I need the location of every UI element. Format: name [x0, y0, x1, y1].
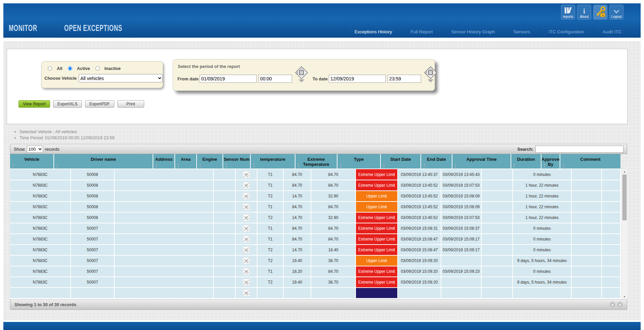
approval-time-cell — [481, 266, 513, 277]
sort-arrows-icon[interactable] — [225, 162, 227, 168]
vertical-scrollbar[interactable] — [621, 169, 627, 299]
column-header[interactable]: Extreme Temperature — [295, 154, 337, 169]
content-area: All Active Inactive Choose Vehicle All v… — [3, 41, 641, 320]
comment-cell — [602, 255, 620, 266]
temperature-cell: 14.70 — [283, 212, 311, 223]
from-time-input[interactable] — [258, 75, 292, 83]
to-time-input[interactable] — [388, 75, 421, 83]
key-lock-icon — [595, 6, 606, 18]
sort-arrows-icon[interactable] — [297, 162, 299, 168]
next-page-button[interactable] — [617, 302, 623, 307]
column-header[interactable]: Area — [175, 154, 197, 169]
approved-by-cell — [571, 169, 602, 180]
view-report-button[interactable]: View Report — [18, 100, 50, 108]
column-header[interactable]: temperature — [250, 154, 295, 169]
sort-arrows-icon[interactable] — [423, 162, 425, 168]
column-header[interactable]: Engine — [197, 154, 223, 169]
end-date-cell: 03/09/2019 15:09:17 — [441, 245, 481, 255]
extreme-temperature-cell: 84.70 — [311, 180, 356, 191]
column-header[interactable]: Start Date — [380, 154, 421, 169]
app-title-open-exceptions: OPEN EXCEPTIONS — [64, 23, 122, 33]
page-title: MONITOROPEN EXCEPTIONS — [9, 23, 150, 33]
key-lock-button[interactable] — [593, 5, 607, 20]
from-date-picker-widget[interactable] — [293, 66, 310, 84]
column-header-label: End Date — [427, 157, 446, 162]
export-xls-button[interactable]: ExportXLS — [53, 100, 82, 108]
start-date-cell: 03/09/2019 13:45:52 — [398, 191, 441, 201]
scroll-up-arrow-icon[interactable] — [622, 170, 627, 173]
logout-button[interactable]: Logout — [609, 5, 623, 20]
sort-arrows-icon[interactable] — [454, 162, 456, 168]
sort-arrows-icon[interactable] — [562, 162, 564, 168]
address-cell — [114, 191, 213, 201]
nav-tab[interactable]: Sensors — [504, 27, 539, 37]
search-input[interactable] — [535, 146, 623, 153]
nav-tab[interactable]: Sensor History Graph — [442, 27, 504, 37]
vehicle-select[interactable]: All vehicles — [79, 74, 163, 82]
scroll-down-arrow-icon[interactable] — [622, 295, 627, 298]
column-header[interactable]: Type — [337, 154, 380, 169]
engine-off-icon — [243, 268, 250, 275]
radio-inactive[interactable] — [95, 66, 100, 71]
column-header[interactable]: Duration — [511, 154, 541, 169]
vehicle-cell: N7883C — [10, 180, 71, 191]
radio-active[interactable] — [68, 66, 72, 71]
sort-arrows-icon[interactable] — [544, 162, 546, 168]
temperature-cell: 84.70 — [283, 223, 311, 234]
sort-arrows-icon[interactable] — [513, 162, 515, 168]
previous-page-button[interactable] — [610, 302, 615, 307]
driver-name-cell: 50007 — [71, 255, 114, 266]
print-button[interactable]: Print — [117, 100, 144, 108]
approval-time-cell — [481, 180, 513, 191]
sensor-num-cell: T1 — [257, 266, 283, 277]
sort-arrows-icon[interactable] — [339, 162, 341, 168]
column-header[interactable]: Approved By — [541, 154, 560, 169]
exceptions-table: Show 100 records Search: Vehicle — [10, 144, 627, 310]
sort-arrows-icon[interactable] — [12, 162, 14, 168]
vehicle-cell: N7883C — [10, 245, 71, 255]
start-date-cell: 03/09/2019 15:08:31 — [398, 223, 441, 234]
column-header[interactable]: Driver name — [54, 154, 153, 169]
comment-cell — [602, 180, 620, 191]
column-header[interactable]: Sensor Num — [223, 154, 250, 169]
sort-arrows-icon[interactable] — [56, 162, 58, 168]
radio-active-label: Active — [77, 66, 90, 71]
end-date-cell — [441, 277, 481, 288]
to-date-picker-widget[interactable] — [422, 66, 439, 84]
to-date-label: To date — [313, 76, 328, 81]
temperature-cell — [283, 288, 311, 298]
end-date-cell — [441, 288, 481, 298]
reports-button[interactable]: reports — [561, 5, 575, 20]
sort-arrows-icon[interactable] — [155, 162, 157, 168]
approved-by-cell — [571, 212, 602, 223]
column-header[interactable]: Approval Time — [452, 154, 511, 169]
sort-arrows-icon[interactable] — [199, 162, 201, 168]
sort-arrows-icon[interactable] — [177, 162, 179, 168]
table-body: N7883C 50008 — [10, 169, 621, 299]
to-date-input[interactable] — [329, 75, 386, 83]
radio-all[interactable] — [48, 66, 52, 71]
column-header[interactable]: End Date — [421, 154, 452, 169]
export-pdf-button[interactable]: ExportPDF — [85, 100, 114, 108]
nav-tab[interactable]: Exceptions History — [345, 27, 401, 37]
engine-cell — [235, 266, 257, 277]
sort-arrows-icon[interactable] — [383, 162, 385, 168]
nav-tab[interactable]: Full Report — [401, 27, 442, 37]
column-header[interactable]: Address — [153, 154, 175, 169]
logout-label: Logout — [611, 15, 622, 19]
approved-by-cell — [571, 277, 602, 288]
table-footer: Showing 1 to 30 of 30 records — [10, 299, 627, 310]
vehicle-cell: N7883C — [10, 255, 71, 266]
sort-arrows-icon[interactable] — [253, 162, 255, 168]
records-per-page-select[interactable]: 100 — [27, 146, 43, 153]
from-date-input[interactable] — [200, 75, 257, 83]
nav-tab[interactable]: ITC Configuration — [539, 27, 593, 37]
column-header[interactable]: Comment — [560, 154, 620, 169]
vehicle-cell: N7883C — [10, 266, 71, 277]
nav-tab[interactable]: Audit ITC — [593, 27, 631, 37]
scrollbar-thumb[interactable] — [622, 175, 627, 220]
column-header[interactable]: Vehicle — [10, 154, 54, 169]
start-date-cell: 03/09/2019 15:08:47 — [398, 245, 441, 255]
about-button[interactable]: i About — [577, 5, 591, 20]
info-icon: i — [583, 7, 585, 15]
